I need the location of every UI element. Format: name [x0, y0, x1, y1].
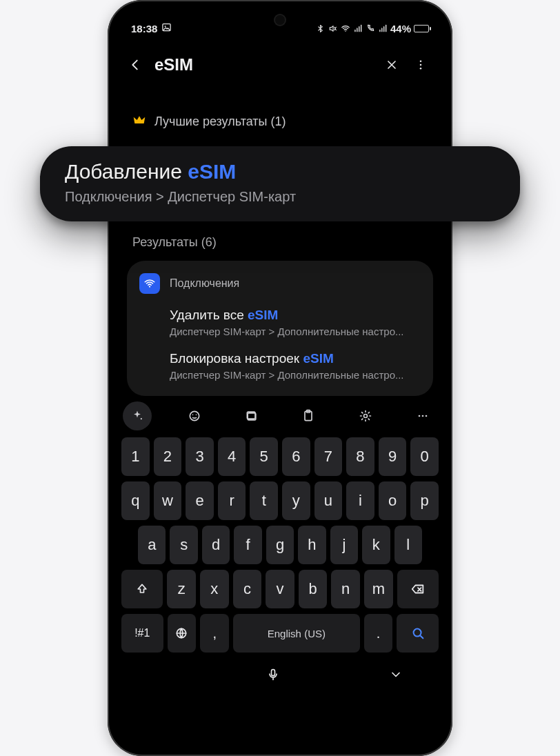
top-results-header: Лучшие результаты (1) [116, 81, 444, 136]
top-results-count: 1 [275, 115, 282, 128]
key-s[interactable]: s [170, 526, 197, 564]
key-d[interactable]: d [202, 526, 230, 564]
key-0[interactable]: 0 [410, 437, 439, 476]
highlight-title-match: eSIM [188, 160, 236, 183]
mic-button[interactable] [266, 668, 280, 684]
svg-point-16 [419, 415, 421, 417]
svg-point-17 [422, 415, 424, 417]
key-r[interactable]: r [218, 481, 246, 520]
battery-percent: 44% [390, 23, 411, 34]
battery-indicator: 44% [390, 23, 429, 34]
highlight-title-pre: Добавление [65, 160, 188, 183]
emoji-button[interactable] [180, 401, 209, 430]
key-g[interactable]: g [266, 526, 294, 564]
keyboard: 1 2 3 4 5 6 7 8 9 0 q w e r t y [116, 435, 444, 665]
result-item[interactable]: Удалить все eSIM Диспетчер SIM-карт > До… [127, 301, 433, 344]
results-category-header[interactable]: Подключения [127, 270, 433, 301]
clipboard-button[interactable] [294, 401, 323, 430]
results-card: Подключения Удалить все eSIM Диспетчер S… [127, 261, 433, 396]
search-header: eSIM [116, 40, 444, 81]
signal2-icon [378, 23, 388, 33]
kbd-row-zxcv: z x c v b n m [121, 570, 439, 608]
svg-point-8 [190, 411, 199, 420]
key-x[interactable]: x [200, 570, 229, 608]
key-c[interactable]: c [233, 570, 262, 608]
key-7[interactable]: 7 [314, 437, 343, 476]
key-z[interactable]: z [167, 570, 196, 608]
key-9[interactable]: 9 [379, 437, 407, 476]
result-path: Диспетчер SIM-карт > Дополнительные наст… [170, 369, 421, 381]
kbd-row-qwerty: q w e r t y u i o p [121, 481, 439, 520]
svg-point-4 [420, 64, 422, 66]
key-space[interactable]: English (US) [233, 614, 360, 653]
keyboard-bottom-bar [116, 665, 444, 693]
key-a[interactable]: a [138, 526, 166, 564]
key-k[interactable]: k [362, 526, 390, 564]
svg-point-1 [165, 26, 166, 27]
key-3[interactable]: 3 [186, 437, 214, 476]
svg-point-3 [420, 60, 422, 62]
key-j[interactable]: j [330, 526, 358, 564]
result-title-pre: Блокировка настроек [170, 351, 303, 366]
key-2[interactable]: 2 [154, 437, 182, 476]
key-l[interactable]: l [394, 526, 422, 564]
key-5[interactable]: 5 [250, 437, 278, 476]
key-m[interactable]: m [364, 570, 393, 608]
back-button[interactable] [126, 55, 145, 74]
phone-frame: 18:38 44% [108, 0, 452, 756]
volte-icon [366, 23, 375, 33]
result-item[interactable]: Блокировка настроек eSIM Диспетчер SIM-к… [127, 344, 433, 388]
key-period[interactable]: . [364, 614, 393, 653]
key-b[interactable]: b [299, 570, 328, 608]
ai-tool-button[interactable] [123, 401, 152, 430]
search-input[interactable]: eSIM [154, 55, 372, 74]
keyboard-settings-button[interactable] [351, 401, 380, 430]
key-q[interactable]: q [121, 481, 150, 520]
key-search[interactable] [397, 614, 439, 653]
results-category-label: Подключения [170, 277, 239, 290]
result-title-match: eSIM [248, 308, 278, 322]
keyboard-collapse-button[interactable] [389, 668, 403, 684]
camera-hole [275, 15, 285, 25]
keyboard-more-button[interactable] [408, 401, 437, 430]
kbd-row-numbers: 1 2 3 4 5 6 7 8 9 0 [121, 437, 439, 476]
svg-point-5 [420, 68, 422, 70]
more-button[interactable] [411, 55, 430, 74]
results-section-header: Результаты (6) [116, 224, 444, 254]
key-y[interactable]: y [282, 481, 310, 520]
key-f[interactable]: f [234, 526, 261, 564]
key-comma[interactable]: , [200, 614, 229, 653]
key-shift[interactable] [121, 570, 163, 608]
bluetooth-icon [316, 23, 326, 33]
wifi-icon [341, 23, 350, 33]
key-symbols[interactable]: !#1 [121, 614, 163, 653]
key-t[interactable]: t [250, 481, 278, 520]
key-language[interactable] [168, 614, 197, 653]
key-v[interactable]: v [266, 570, 294, 608]
key-i[interactable]: i [346, 481, 374, 520]
key-6[interactable]: 6 [282, 437, 310, 476]
picture-icon [161, 22, 172, 34]
key-4[interactable]: 4 [218, 437, 246, 476]
key-e[interactable]: e [186, 481, 214, 520]
kbd-row-bottom: !#1 , English (US) . [121, 614, 439, 653]
keyboard-toolbar [116, 396, 444, 435]
gif-button[interactable] [237, 401, 266, 430]
key-o[interactable]: o [379, 481, 407, 520]
key-h[interactable]: h [298, 526, 326, 564]
key-p[interactable]: p [410, 481, 439, 520]
highlighted-result-card[interactable]: Добавление eSIM Подключения > Диспетчер … [40, 146, 520, 221]
key-w[interactable]: w [154, 481, 182, 520]
key-backspace[interactable] [397, 570, 439, 608]
svg-rect-21 [272, 670, 275, 676]
clear-search-button[interactable] [382, 55, 401, 74]
key-8[interactable]: 8 [346, 437, 374, 476]
highlight-path: Подключения > Диспетчер SIM-карт [65, 189, 495, 205]
top-results-prefix: Лучшие результаты ( [154, 115, 275, 128]
svg-point-10 [195, 415, 197, 416]
result-path: Диспетчер SIM-карт > Дополнительные наст… [170, 326, 421, 337]
key-u[interactable]: u [314, 481, 343, 520]
key-1[interactable]: 1 [121, 437, 150, 476]
svg-point-7 [141, 418, 142, 419]
key-n[interactable]: n [331, 570, 360, 608]
